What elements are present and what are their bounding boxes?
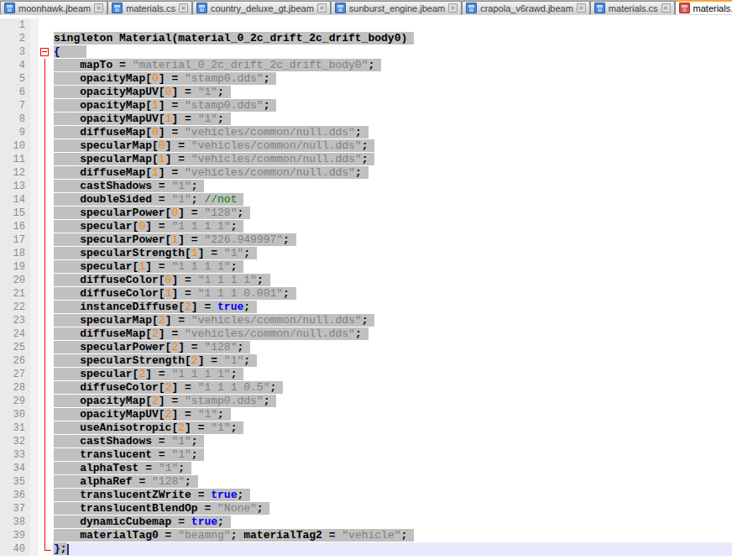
fold-guide-line[interactable] (39, 207, 52, 220)
line-number[interactable]: 24 (0, 327, 30, 341)
code-text[interactable]: castShadows = "1"; (52, 435, 732, 448)
fold-guide-line[interactable] (39, 381, 52, 395)
tab-materials-cs[interactable]: materials.cs✕ (107, 1, 192, 14)
bookmark-margin[interactable] (30, 381, 39, 395)
code-text[interactable]: alphaRef = "128"; (52, 475, 732, 489)
line-number[interactable]: 18 (0, 247, 30, 260)
line-number[interactable]: 16 (0, 220, 30, 233)
bookmark-margin[interactable] (30, 45, 39, 59)
bookmark-margin[interactable] (30, 516, 39, 529)
line-number[interactable]: 12 (0, 166, 30, 180)
code-text[interactable]: specular[0] = "1 1 1 1"; (52, 220, 732, 233)
line-number[interactable]: 40 (0, 542, 30, 556)
fold-guide-line[interactable] (39, 193, 52, 207)
close-icon[interactable]: ✕ (577, 3, 586, 13)
line-number[interactable]: 39 (0, 529, 30, 542)
close-icon[interactable]: ✕ (317, 3, 327, 13)
code-text[interactable]: specular[1] = "1 1 1 1"; (52, 260, 732, 274)
line-number[interactable]: 11 (0, 153, 30, 166)
fold-margin[interactable] (39, 32, 52, 45)
bookmark-margin[interactable] (30, 448, 39, 462)
code-text[interactable]: specularPower[2] = "128"; (52, 341, 732, 354)
line-number[interactable]: 9 (0, 126, 30, 139)
bookmark-margin[interactable] (30, 220, 39, 233)
line-number[interactable]: 35 (0, 475, 30, 489)
line-number[interactable]: 30 (0, 408, 30, 421)
fold-guide-line[interactable] (39, 72, 52, 86)
line-number[interactable]: 7 (0, 99, 30, 113)
fold-guide-end[interactable] (39, 542, 52, 556)
bookmark-margin[interactable] (30, 462, 39, 475)
line-number[interactable]: 27 (0, 368, 30, 381)
code-text[interactable]: diffuseColor[1] = "1 1 1 0.001"; (52, 287, 732, 301)
line-number[interactable]: 8 (0, 113, 30, 126)
bookmark-margin[interactable] (30, 327, 39, 341)
code-text[interactable]: instanceDiffuse[2] = true; (52, 301, 732, 314)
bookmark-margin[interactable] (30, 193, 39, 207)
code-text[interactable]: specularPower[0] = "128"; (52, 207, 732, 220)
line-number[interactable]: 23 (0, 314, 30, 327)
code-text[interactable]: opacityMapUV[1] = "1"; (52, 113, 732, 126)
bookmark-margin[interactable] (30, 408, 39, 421)
bookmark-margin[interactable] (30, 274, 39, 287)
bookmark-margin[interactable] (30, 287, 39, 301)
tab-crapola-v6rawd-jbeam[interactable]: crapola_v6rawd.jbeam✕ (462, 1, 590, 14)
code-text[interactable]: specularStrength[1] = "1"; (52, 247, 732, 260)
code-text[interactable]: specular[2] = "1 1 1 1"; (52, 368, 732, 381)
code-text[interactable]: opacityMapUV[0] = "1"; (52, 86, 732, 99)
fold-guide-line[interactable] (39, 489, 52, 502)
fold-guide-line[interactable] (39, 287, 52, 301)
code-text[interactable]: diffuseColor[2] = "1 1 1 0.5"; (52, 381, 732, 395)
line-number[interactable]: 20 (0, 274, 30, 287)
bookmark-margin[interactable] (30, 489, 39, 502)
code-text[interactable]: specularMap[2] = "vehicles/common/null.d… (52, 314, 732, 327)
close-icon[interactable]: ✕ (94, 3, 103, 13)
fold-guide-line[interactable] (39, 395, 52, 408)
tab-sunburst-engine-jbeam[interactable]: sunburst_engine.jbeam✕ (331, 1, 462, 14)
code-text[interactable]: }; (52, 542, 732, 556)
code-text[interactable]: materialTag0 = "beamng"; materialTag2 = … (52, 529, 732, 542)
code-text[interactable]: mapTo = "material_0_2c_drift_2c_drift_bo… (52, 59, 732, 72)
bookmark-margin[interactable] (30, 166, 39, 180)
bookmark-margin[interactable] (30, 99, 39, 113)
bookmark-margin[interactable] (30, 126, 39, 139)
code-text[interactable]: specularPower[1] = "226.949997"; (52, 233, 732, 247)
bookmark-margin[interactable] (30, 153, 39, 166)
code-text[interactable]: translucentZWrite = true; (52, 489, 732, 502)
line-number[interactable]: 1 (0, 18, 30, 32)
fold-guide-line[interactable] (39, 475, 52, 489)
bookmark-margin[interactable] (30, 542, 39, 556)
fold-guide-line[interactable] (39, 86, 52, 99)
code-text[interactable]: translucent = "1"; (52, 448, 732, 462)
fold-guide-line[interactable] (39, 421, 52, 435)
fold-guide-line[interactable] (39, 153, 52, 166)
bookmark-margin[interactable] (30, 301, 39, 314)
code-text[interactable]: { (52, 45, 732, 59)
bookmark-margin[interactable] (30, 435, 39, 448)
code-text[interactable]: diffuseMap[1] = "vehicles/common/null.dd… (52, 166, 732, 180)
code-text[interactable]: castShadows = "1"; (52, 180, 732, 193)
line-number[interactable]: 33 (0, 448, 30, 462)
line-number[interactable]: 26 (0, 354, 30, 368)
tab-materials-cs[interactable]: materials.cs✕ (590, 1, 675, 14)
fold-guide-line[interactable] (39, 59, 52, 72)
bookmark-margin[interactable] (30, 139, 39, 153)
fold-guide-line[interactable] (39, 126, 52, 139)
bookmark-margin[interactable] (30, 59, 39, 72)
bookmark-margin[interactable] (30, 247, 39, 260)
fold-guide-line[interactable] (39, 301, 52, 314)
fold-guide-line[interactable] (39, 166, 52, 180)
bookmark-margin[interactable] (30, 421, 39, 435)
code-text[interactable]: singleton Material(material_0_2c_drift_2… (52, 32, 732, 45)
fold-collapse-icon[interactable] (40, 48, 49, 56)
bookmark-margin[interactable] (30, 18, 39, 32)
code-text[interactable]: diffuseColor[0] = "1 1 1 1"; (52, 274, 732, 287)
line-number[interactable]: 38 (0, 516, 30, 529)
line-number[interactable]: 34 (0, 462, 30, 475)
code-text[interactable]: opacityMap[0] = "stamp0.dds"; (52, 72, 732, 86)
bookmark-margin[interactable] (30, 341, 39, 354)
code-text[interactable]: specularMap[0] = "vehicles/common/null.d… (52, 139, 732, 153)
bookmark-margin[interactable] (30, 314, 39, 327)
code-text[interactable]: opacityMapUV[2] = "1"; (52, 408, 732, 421)
fold-guide-line[interactable] (39, 368, 52, 381)
